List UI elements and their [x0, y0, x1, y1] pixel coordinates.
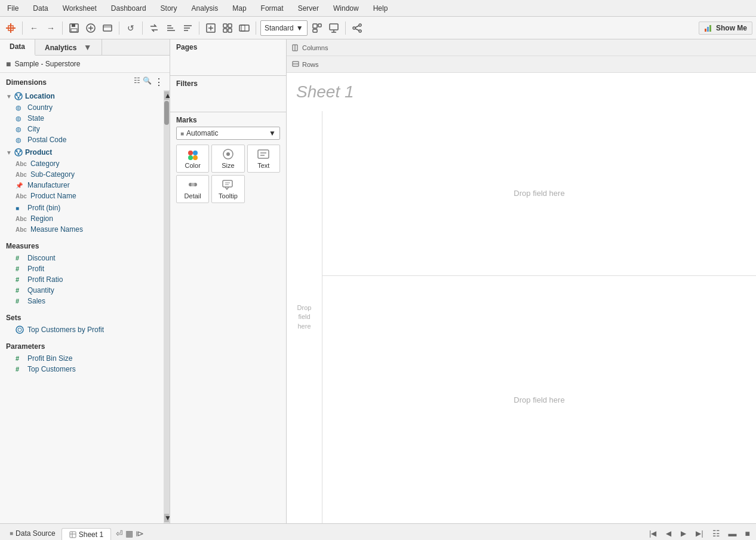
field-profit-bin-size[interactable]: # Profit Bin Size: [0, 353, 162, 364]
menu-format[interactable]: Format: [259, 3, 286, 14]
new-story-button[interactable]: [237, 21, 251, 35]
svg-line-45: [19, 95, 20, 98]
field-postal-code[interactable]: ◍ Postal Code: [0, 134, 162, 145]
bottom-drop-zone[interactable]: Drop field here: [322, 276, 756, 523]
tableau-logo-icon[interactable]: [4, 21, 18, 35]
field-city[interactable]: ◍ City: [0, 124, 162, 134]
present-button[interactable]: [327, 21, 341, 35]
pages-label: Pages: [176, 43, 280, 51]
show-me-button[interactable]: Show Me: [699, 22, 752, 35]
save-button[interactable]: [67, 21, 81, 35]
scroll-down-btn[interactable]: ▼: [164, 514, 169, 522]
grid-view-icon[interactable]: ☷: [134, 76, 140, 88]
new-sheet-button[interactable]: ⏎: [116, 529, 123, 538]
field-measure-names[interactable]: Abc Measure Names: [0, 224, 162, 235]
menu-worksheet[interactable]: Worksheet: [60, 3, 99, 14]
field-top-customers-param[interactable]: # Top Customers: [0, 364, 162, 375]
sort-descending-button[interactable]: [180, 21, 195, 35]
tab-analytics[interactable]: Analytics ▼: [35, 39, 102, 55]
sets-section-header: Sets: [0, 310, 162, 324]
svg-rect-20: [223, 24, 227, 27]
field-country[interactable]: ◍ Country: [0, 102, 162, 113]
field-discount[interactable]: # Discount: [0, 253, 155, 263]
canvas-area: Columns Rows: [287, 39, 756, 523]
marks-detail-button[interactable]: Detail: [176, 175, 209, 203]
search-icon[interactable]: 🔍: [143, 76, 152, 88]
marks-type-dropdown[interactable]: ■ Automatic ▼: [176, 127, 280, 140]
menu-file[interactable]: File: [5, 3, 21, 14]
menu-window[interactable]: Window: [331, 3, 361, 14]
sheet1-tab[interactable]: Sheet 1: [62, 528, 111, 540]
sheet-content: Sheet 1 Dropfieldhere Drop field here: [287, 73, 756, 523]
data-source-item[interactable]: ■ Sample - Superstore: [0, 56, 170, 73]
menu-story[interactable]: Story: [158, 3, 180, 14]
new-worksheet-button[interactable]: [204, 21, 218, 35]
field-state[interactable]: ◍ State: [0, 113, 162, 124]
analytics-dropdown-icon[interactable]: ▼: [84, 42, 92, 52]
sort-ascending-button[interactable]: [164, 21, 178, 35]
field-sales[interactable]: # Sales: [0, 296, 155, 306]
marks-text-button[interactable]: Text: [247, 145, 280, 173]
field-quantity[interactable]: # Quantity: [0, 285, 155, 296]
menu-map[interactable]: Map: [230, 3, 248, 14]
field-top-customers[interactable]: Top Customers by Profit: [0, 324, 162, 335]
field-sub-category[interactable]: Abc Sub-Category: [0, 169, 162, 180]
left-drop-label: Dropfieldhere: [297, 303, 312, 331]
tab-data[interactable]: Data: [0, 39, 35, 56]
back-button[interactable]: ←: [27, 21, 41, 35]
detail-icon: [186, 179, 200, 191]
new-datasource-button[interactable]: [84, 21, 98, 35]
field-product-name[interactable]: Abc Product Name: [0, 191, 162, 201]
nav-next-button[interactable]: ▶: [678, 527, 689, 539]
standard-dropdown[interactable]: Standard ▼: [260, 20, 308, 36]
hash-icon-5: #: [16, 297, 24, 305]
expand-icon-2: ▼: [6, 149, 12, 156]
field-profit-ratio[interactable]: # Profit Ratio: [0, 274, 155, 285]
menu-analysis[interactable]: Analysis: [189, 3, 221, 14]
marks-size-button[interactable]: Size: [211, 145, 244, 173]
fix-axes-button[interactable]: [310, 21, 324, 35]
paperclip-icon: 📌: [16, 182, 24, 189]
globe-icon-2: ◍: [16, 115, 24, 122]
swap-axes-button[interactable]: [147, 21, 161, 35]
columns-shelf: Columns: [287, 39, 756, 56]
field-profit-bin[interactable]: ■ Profit (bin): [0, 202, 162, 213]
connect-data-button[interactable]: [100, 21, 115, 35]
scroll-up-btn[interactable]: ▲: [164, 91, 169, 100]
nav-last-button[interactable]: ▶|: [693, 527, 706, 539]
marks-color-button[interactable]: Color: [176, 145, 209, 173]
nav-prev-button[interactable]: ◀: [663, 527, 674, 539]
field-profit[interactable]: # Profit: [0, 263, 155, 274]
view-grid-button[interactable]: ☷: [710, 527, 723, 539]
scrollbar-thumb[interactable]: [164, 101, 169, 125]
new-story-tab-button[interactable]: ⧐: [136, 529, 144, 538]
new-dashboard-tab-button[interactable]: ▦: [125, 529, 133, 538]
marks-tooltip-button[interactable]: Tooltip: [211, 175, 244, 203]
share-button[interactable]: [350, 21, 364, 35]
field-manufacturer[interactable]: 📌 Manufacturer: [0, 180, 162, 191]
menu-help[interactable]: Help: [371, 3, 391, 14]
param-hash-icon: #: [16, 355, 24, 362]
menu-data[interactable]: Data: [30, 3, 50, 14]
view-list-button[interactable]: ▬: [726, 527, 739, 539]
hash-icon-3: #: [16, 276, 24, 283]
field-category[interactable]: Abc Category: [0, 158, 162, 169]
nav-first-button[interactable]: |◀: [646, 527, 659, 539]
product-group-header[interactable]: ▼ Product: [0, 146, 162, 158]
undo-button[interactable]: ↺: [124, 21, 138, 35]
menu-dashboard[interactable]: Dashboard: [109, 3, 149, 14]
location-group-header[interactable]: ▼ Location: [0, 90, 162, 102]
view-expand-button[interactable]: ■: [743, 527, 752, 539]
new-dashboard-button[interactable]: [220, 21, 235, 35]
field-region[interactable]: Abc Region: [0, 213, 162, 224]
forward-button[interactable]: →: [44, 21, 58, 35]
svg-point-33: [353, 27, 355, 29]
left-drop-zone[interactable]: Dropfieldhere: [287, 111, 322, 523]
data-source-tab[interactable]: ■ Data Source: [4, 527, 62, 540]
svg-line-35: [355, 26, 359, 27]
menu-server[interactable]: Server: [296, 3, 321, 14]
svg-point-54: [188, 151, 193, 155]
add-dimension-icon[interactable]: ⋮: [154, 76, 164, 88]
top-drop-zone[interactable]: Drop field here: [322, 111, 756, 276]
marks-label: Marks: [176, 116, 280, 124]
